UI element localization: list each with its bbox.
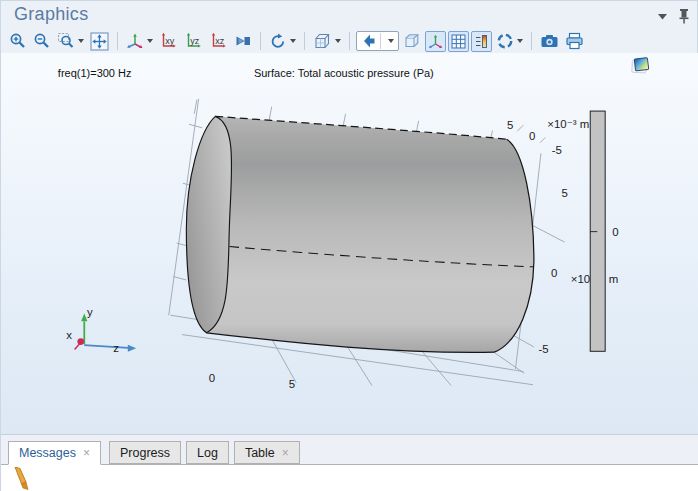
scene-light-aperture-icon <box>496 32 514 50</box>
zoom-box-dropdown-caret[interactable] <box>78 39 84 43</box>
y-axis-label: y <box>87 306 93 318</box>
projection-button[interactable] <box>232 31 254 52</box>
scene-button[interactable] <box>311 31 343 52</box>
xy-view-label: xy <box>165 36 175 46</box>
rotate-icon <box>269 32 287 50</box>
transparency-button[interactable] <box>401 31 423 52</box>
scene-light-dropdown-caret[interactable] <box>517 39 523 43</box>
tab-messages[interactable]: Messages × <box>8 441 101 465</box>
tab-close-icon[interactable]: × <box>83 447 90 459</box>
zoom-box-button[interactable] <box>55 31 86 52</box>
information-panel: Messages × Progress Log Table × <box>1 434 698 491</box>
xz-view-label: xz <box>215 36 225 46</box>
z-axis-label: z <box>113 342 119 354</box>
plot-title: Surface: Total acoustic pressure (Pa) <box>254 67 434 79</box>
image-snapshot-button[interactable] <box>538 31 561 52</box>
graphics-canvas[interactable]: freq(1)=300 Hz Surface: Total acoustic p… <box>1 53 698 434</box>
go-to-default-view-button[interactable] <box>124 31 155 52</box>
x-axis-dot <box>77 338 84 345</box>
tab-label: Table <box>245 446 275 460</box>
axis-label: 5 <box>562 187 568 199</box>
tab-label: Messages <box>19 446 76 460</box>
rotate-button[interactable] <box>267 31 298 52</box>
axis-label: 5 <box>507 119 513 131</box>
graphics-panel: Graphics <box>0 0 698 491</box>
show-axis-orientation-toggle[interactable] <box>425 31 446 52</box>
tab-table[interactable]: Table × <box>234 441 300 464</box>
axis-label: -5 <box>539 343 549 355</box>
zoom-in-button[interactable] <box>7 31 29 52</box>
rotate-dropdown-caret[interactable] <box>290 39 296 43</box>
zoom-extents-icon <box>90 32 109 51</box>
show-grid-toggle[interactable] <box>448 31 469 52</box>
scene-light-button[interactable] <box>494 31 525 52</box>
axis-unit-suffix: m <box>609 273 619 285</box>
axis-label: 5 <box>289 378 295 390</box>
axis-unit-label: ×10⁻³ m <box>547 118 589 130</box>
coordinate-triad: y x z <box>66 306 136 354</box>
scene-3d-view: freq(1)=300 Hz Surface: Total acoustic p… <box>1 53 698 434</box>
pin-icon[interactable] <box>679 9 689 24</box>
tab-close-icon[interactable]: × <box>282 447 289 459</box>
color-legend: 0 <box>590 111 618 351</box>
go-to-xy-view-button[interactable]: xy <box>157 31 180 52</box>
panel-header: Graphics <box>1 1 697 29</box>
projection-camera-icon <box>234 32 252 50</box>
cursor-icon <box>11 467 31 491</box>
legend-tick-label: 0 <box>612 226 618 238</box>
tab-label: Log <box>197 446 218 460</box>
graphics-toolbar: xy yz xz <box>7 29 586 53</box>
printer-icon <box>565 32 584 50</box>
go-to-xz-view-button[interactable]: xz <box>207 31 230 52</box>
plot-thumbnail-button[interactable] <box>630 58 649 75</box>
axis-unit-prefix: ×10 <box>571 273 590 285</box>
transparency-cube-icon <box>403 32 421 50</box>
scene-dropdown-caret[interactable] <box>335 39 341 43</box>
color-legend-icon <box>473 33 490 50</box>
scene-wireframe-cube-icon <box>313 32 332 50</box>
zoom-out-button[interactable] <box>31 31 53 52</box>
speaker-icon <box>361 34 376 48</box>
camera-icon <box>540 32 559 50</box>
cylinder-surface[interactable] <box>186 116 534 352</box>
view-combo-dropdown-caret[interactable] <box>388 39 394 43</box>
information-tabbar: Messages × Progress Log Table × <box>1 435 698 464</box>
panel-title: Graphics <box>14 4 88 25</box>
axis-label: -5 <box>552 144 562 156</box>
default-view-triad-icon <box>126 32 144 50</box>
tab-label: Progress <box>120 446 170 460</box>
z-axis-arrow <box>128 345 136 352</box>
default-view-dropdown-caret[interactable] <box>147 39 153 43</box>
parameter-text: freq(1)=300 Hz <box>58 67 132 79</box>
messages-content <box>1 464 698 491</box>
zoom-out-icon <box>33 32 51 50</box>
print-button[interactable] <box>563 31 586 52</box>
show-color-legend-toggle[interactable] <box>471 31 492 52</box>
go-to-yz-view-button[interactable]: yz <box>182 31 205 52</box>
axis-label: 0 <box>529 130 535 142</box>
zoom-in-icon <box>9 32 27 50</box>
grid-icon <box>450 33 467 50</box>
axis-label: 0 <box>209 372 215 384</box>
zoom-extents-button[interactable] <box>88 31 111 52</box>
x-axis-label: x <box>66 329 72 341</box>
axis-label: 0 <box>551 267 557 279</box>
tab-log[interactable]: Log <box>186 441 229 464</box>
yz-view-icon: yz <box>184 32 203 50</box>
xy-view-icon: xy <box>159 32 178 50</box>
panel-menu-chevron-down-icon[interactable] <box>658 14 667 20</box>
view-direction-combo[interactable] <box>356 31 399 51</box>
xz-view-icon: xz <box>209 32 228 50</box>
zoom-box-icon <box>57 32 75 50</box>
axis-orientation-icon <box>427 33 444 50</box>
yz-view-label: yz <box>190 36 200 46</box>
tab-progress[interactable]: Progress <box>109 441 181 464</box>
